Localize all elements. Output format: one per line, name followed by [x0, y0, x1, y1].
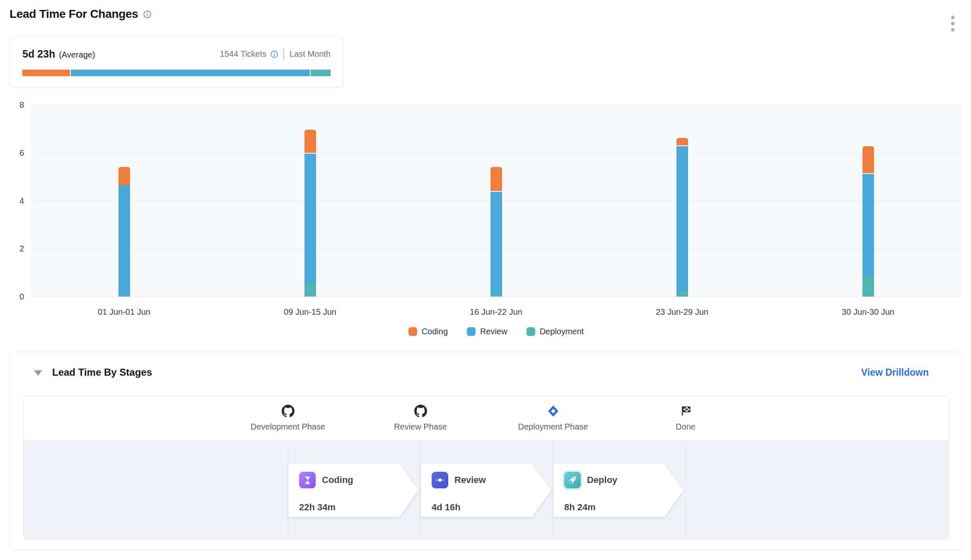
legend-swatch [408, 327, 417, 336]
average-lead-time-value: 5d 23h [22, 48, 55, 60]
phase-column-development-phase: Development Phase [234, 396, 342, 432]
collapse-caret-icon[interactable] [34, 370, 42, 376]
lead-time-by-stages-panel: Lead Time By Stages View Drilldown Devel… [10, 352, 961, 550]
x-tick-label: 30 Jun-30 Jun [842, 307, 894, 317]
stage-duration: 4d 16h [432, 502, 461, 513]
bar-segment-deployment[interactable] [676, 291, 688, 297]
y-tick-label: 0 [6, 292, 24, 302]
bar-segment-review[interactable] [304, 153, 316, 282]
stage-card-shape: Coding22h 34m [288, 464, 418, 517]
stages-panel-title: Lead Time By Stages [52, 367, 152, 378]
checkered-flag-icon [680, 402, 691, 420]
bar-segment-coding[interactable] [490, 166, 502, 191]
gridline-6 [31, 152, 961, 153]
column-divider [686, 441, 686, 539]
legend-item-review[interactable]: Review [467, 327, 507, 336]
tickets-info-icon[interactable] [271, 51, 278, 58]
x-tick-label: 09 Jun-15 Jun [284, 307, 336, 317]
y-tick-label: 8 [6, 100, 24, 110]
legend-label: Review [480, 327, 507, 336]
y-tick-label: 4 [6, 196, 24, 205]
x-tick-label: 23 Jun-29 Jun [656, 307, 708, 317]
page-title: Lead Time For Changes [10, 7, 138, 21]
period-label: Last Month [290, 49, 331, 59]
info-icon[interactable] [143, 10, 151, 18]
stage-card-shape: Review4d 16h [421, 464, 551, 517]
summary-card: 5d 23h (Average) 1544 Tickets Last Month [10, 36, 343, 87]
legend-label: Deployment [540, 327, 584, 336]
legend-label: Coding [422, 327, 448, 336]
stage-card-coding[interactable]: Coding22h 34m [288, 464, 418, 517]
stages-table: Development PhaseReview PhaseDeployment … [23, 396, 949, 539]
tickets-count: 1544 Tickets [220, 49, 266, 59]
bar-segment-deployment[interactable] [862, 276, 874, 297]
stage-name: Coding [322, 475, 353, 485]
legend-swatch [467, 327, 476, 336]
average-label: (Average) [59, 50, 95, 60]
stages-body: Coding22h 34mReview4d 16hDeploy8h 24m [24, 441, 949, 539]
view-drilldown-link[interactable]: View Drilldown [861, 367, 929, 378]
diamond-icon [548, 402, 559, 420]
phase-label: Development Phase [251, 422, 325, 432]
stages-panel-header: Lead Time By Stages View Drilldown [10, 352, 961, 396]
bar-segment-coding[interactable] [862, 145, 874, 173]
distribution-segment-coding [22, 70, 70, 76]
stage-card-shape: Deploy8h 24m [553, 464, 684, 517]
stage-name: Deploy [587, 475, 617, 485]
bar-segment-deployment[interactable] [490, 293, 502, 297]
lead-time-bar-chart[interactable] [31, 105, 961, 297]
bar-segment-coding[interactable] [118, 166, 130, 185]
x-tick-label: 16 Jun-22 Jun [470, 307, 522, 317]
chart-legend: CodingReviewDeployment [31, 327, 961, 336]
stage-name: Review [454, 475, 486, 485]
stage-duration: 8h 24m [564, 502, 596, 513]
bar-segment-review[interactable] [676, 145, 688, 290]
separator [283, 49, 284, 60]
bar-segment-deployment[interactable] [304, 282, 316, 297]
phase-label: Deployment Phase [518, 422, 588, 432]
commit-icon [432, 472, 448, 488]
github-icon [282, 402, 295, 420]
distribution-segment-deployment [311, 70, 331, 76]
legend-swatch [527, 327, 535, 336]
legend-item-deployment[interactable]: Deployment [527, 327, 584, 336]
bar-segment-review[interactable] [490, 191, 502, 293]
lead-time-dashboard: Lead Time For Changes 5d 23h (Average) 1… [0, 0, 971, 560]
y-tick-label: 6 [6, 148, 24, 157]
legend-item-coding[interactable]: Coding [408, 327, 448, 336]
x-tick-label: 01 Jun-01 Jun [98, 307, 150, 317]
bar-segment-coding[interactable] [304, 129, 316, 153]
page-header: Lead Time For Changes [10, 7, 151, 21]
gridline-8 [31, 105, 961, 105]
rocket-icon [564, 472, 581, 488]
bar-segment-review[interactable] [862, 173, 874, 276]
bar-segment-coding[interactable] [676, 137, 688, 145]
phases-header-row: Development PhaseReview PhaseDeployment … [24, 396, 949, 441]
stage-duration: 22h 34m [299, 502, 336, 513]
kebab-menu-button[interactable] [949, 13, 957, 34]
phase-column-deployment-phase: Deployment Phase [499, 396, 607, 432]
phase-column-review-phase: Review Phase [367, 396, 474, 432]
bar-segment-review[interactable] [118, 185, 130, 297]
hourglass-icon [299, 472, 316, 488]
distribution-segment-review [71, 70, 309, 76]
y-tick-label: 2 [6, 244, 24, 253]
github-icon [414, 402, 427, 420]
stage-card-deploy[interactable]: Deploy8h 24m [553, 464, 684, 517]
phase-column-done: Done [632, 396, 739, 432]
phase-label: Done [676, 422, 696, 432]
stage-card-review[interactable]: Review4d 16h [421, 464, 551, 517]
lead-time-distribution-bar [22, 70, 331, 76]
phase-label: Review Phase [394, 422, 447, 432]
